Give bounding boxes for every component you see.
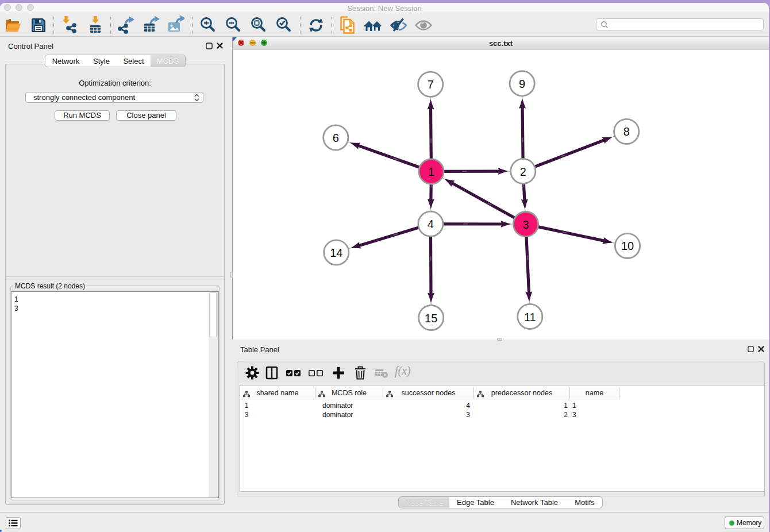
svg-text:4: 4 bbox=[428, 218, 434, 230]
svg-text:10: 10 bbox=[621, 240, 634, 252]
svg-text:1: 1 bbox=[428, 165, 434, 178]
svg-text:14: 14 bbox=[330, 246, 342, 259]
svg-text:3: 3 bbox=[522, 218, 529, 230]
svg-text:9: 9 bbox=[519, 77, 525, 90]
svg-text:2: 2 bbox=[520, 165, 526, 178]
svg-text:15: 15 bbox=[425, 311, 437, 324]
svg-text:6: 6 bbox=[333, 132, 339, 144]
svg-text:11: 11 bbox=[524, 310, 536, 323]
svg-text:8: 8 bbox=[623, 125, 630, 138]
svg-text:7: 7 bbox=[428, 78, 434, 91]
